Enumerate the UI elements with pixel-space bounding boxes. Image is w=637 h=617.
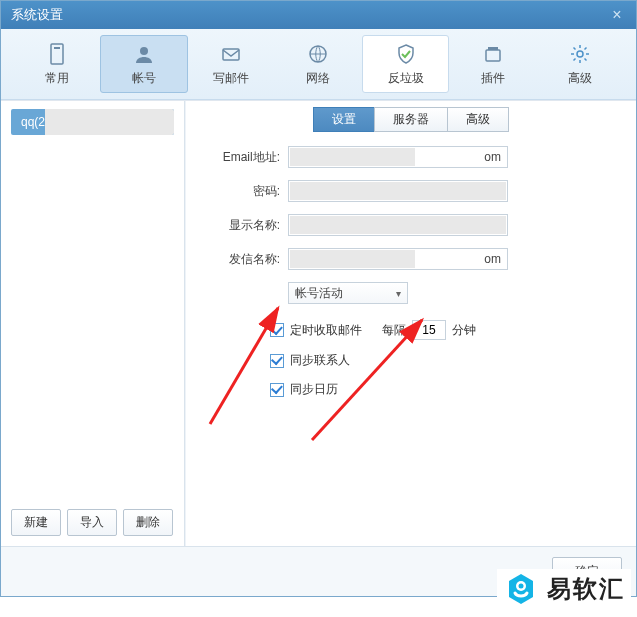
tab-label: 插件 — [481, 70, 505, 87]
account-icon — [132, 42, 156, 66]
svg-point-11 — [519, 584, 524, 589]
tab-label: 网络 — [306, 70, 330, 87]
subtab-advanced[interactable]: 高级 — [447, 107, 509, 132]
plugins-icon — [481, 42, 505, 66]
svg-point-2 — [140, 47, 148, 55]
schedule-checkbox[interactable] — [270, 323, 284, 337]
new-button[interactable]: 新建 — [11, 509, 61, 536]
password-label: 密码: — [206, 183, 288, 200]
network-icon — [306, 42, 330, 66]
close-icon[interactable]: × — [608, 6, 626, 24]
redacted-area — [290, 182, 506, 200]
email-field[interactable]: om — [288, 146, 508, 168]
tab-network[interactable]: 网络 — [275, 35, 362, 93]
svg-point-7 — [577, 51, 583, 57]
redacted-area — [290, 216, 506, 234]
sender-suffix: om — [484, 252, 501, 266]
email-suffix: om — [484, 150, 501, 164]
gear-icon — [568, 42, 592, 66]
schedule-label: 定时收取邮件 — [290, 322, 362, 339]
window-title: 系统设置 — [11, 6, 63, 24]
select-value: 帐号活动 — [295, 285, 343, 302]
subtab-settings[interactable]: 设置 — [313, 107, 375, 132]
display-label: 显示名称: — [206, 217, 288, 234]
tab-compose[interactable]: 写邮件 — [188, 35, 275, 93]
sender-name-field[interactable]: om — [288, 248, 508, 270]
display-name-field[interactable] — [288, 214, 508, 236]
account-item[interactable]: qq(2 — [11, 109, 174, 135]
redacted-area — [45, 109, 174, 135]
tab-label: 常用 — [45, 70, 69, 87]
svg-rect-5 — [486, 50, 500, 61]
tab-label: 帐号 — [132, 70, 156, 87]
every-label: 每隔 — [382, 322, 406, 339]
titlebar: 系统设置 × — [1, 1, 636, 29]
common-icon — [45, 42, 69, 66]
redacted-area — [290, 148, 415, 166]
account-name: qq(2 — [21, 115, 45, 129]
settings-window: 系统设置 × 常用 帐号 写邮件 网络 — [0, 0, 637, 597]
compose-icon — [219, 42, 243, 66]
subtab-server[interactable]: 服务器 — [374, 107, 448, 132]
tab-account[interactable]: 帐号 — [100, 35, 187, 93]
svg-rect-3 — [223, 49, 239, 60]
sender-label: 发信名称: — [206, 251, 288, 268]
minutes-label: 分钟 — [452, 322, 476, 339]
content-panel: 设置 服务器 高级 Email地址: om 密码: — [185, 101, 636, 546]
tab-common[interactable]: 常用 — [13, 35, 100, 93]
account-status-select[interactable]: 帐号活动 ▾ — [288, 282, 408, 304]
svg-rect-1 — [54, 47, 60, 49]
account-form: Email地址: om 密码: 显示名称: — [198, 146, 624, 398]
tab-label: 写邮件 — [213, 70, 249, 87]
tab-antispam[interactable]: 反垃圾 — [362, 35, 449, 93]
sync-contacts-label: 同步联系人 — [290, 352, 350, 369]
watermark-text: 易软汇 — [547, 573, 625, 605]
antispam-icon — [394, 42, 418, 66]
import-button[interactable]: 导入 — [67, 509, 117, 536]
sync-contacts-checkbox[interactable] — [270, 354, 284, 368]
sidebar: qq(2 新建 导入 删除 — [1, 101, 185, 546]
account-list: qq(2 — [11, 109, 174, 501]
toolbar: 常用 帐号 写邮件 网络 反垃圾 — [1, 29, 636, 100]
svg-rect-6 — [488, 47, 498, 50]
interval-input[interactable] — [412, 320, 446, 340]
tab-advanced[interactable]: 高级 — [537, 35, 624, 93]
tab-label: 高级 — [568, 70, 592, 87]
redacted-area — [290, 250, 415, 268]
sync-calendar-checkbox[interactable] — [270, 383, 284, 397]
email-label: Email地址: — [206, 149, 288, 166]
logo-icon — [503, 571, 539, 607]
watermark: 易软汇 — [497, 569, 631, 609]
tab-label: 反垃圾 — [388, 70, 424, 87]
password-field[interactable] — [288, 180, 508, 202]
delete-button[interactable]: 删除 — [123, 509, 173, 536]
subtabs: 设置 服务器 高级 — [198, 107, 624, 132]
tab-plugins[interactable]: 插件 — [449, 35, 536, 93]
chevron-down-icon: ▾ — [396, 288, 401, 299]
sync-calendar-label: 同步日历 — [290, 381, 338, 398]
